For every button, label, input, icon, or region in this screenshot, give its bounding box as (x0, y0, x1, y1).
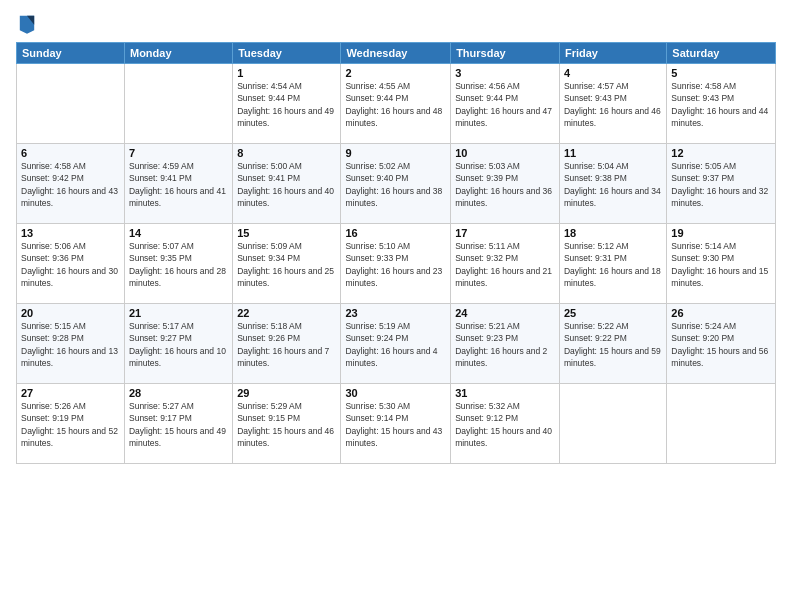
day-info: Sunrise: 5:00 AM Sunset: 9:41 PM Dayligh… (237, 160, 336, 209)
calendar-cell (17, 64, 125, 144)
day-number: 17 (455, 227, 555, 239)
calendar-week-5: 27Sunrise: 5:26 AM Sunset: 9:19 PM Dayli… (17, 384, 776, 464)
calendar-cell: 24Sunrise: 5:21 AM Sunset: 9:23 PM Dayli… (451, 304, 560, 384)
logo (16, 12, 36, 34)
day-info: Sunrise: 5:27 AM Sunset: 9:17 PM Dayligh… (129, 400, 228, 449)
calendar-cell: 20Sunrise: 5:15 AM Sunset: 9:28 PM Dayli… (17, 304, 125, 384)
day-info: Sunrise: 5:21 AM Sunset: 9:23 PM Dayligh… (455, 320, 555, 369)
calendar-cell (667, 384, 776, 464)
calendar-cell: 4Sunrise: 4:57 AM Sunset: 9:43 PM Daylig… (559, 64, 666, 144)
calendar-cell: 11Sunrise: 5:04 AM Sunset: 9:38 PM Dayli… (559, 144, 666, 224)
day-number: 12 (671, 147, 771, 159)
calendar-cell: 10Sunrise: 5:03 AM Sunset: 9:39 PM Dayli… (451, 144, 560, 224)
day-number: 14 (129, 227, 228, 239)
calendar-cell: 26Sunrise: 5:24 AM Sunset: 9:20 PM Dayli… (667, 304, 776, 384)
calendar-cell: 15Sunrise: 5:09 AM Sunset: 9:34 PM Dayli… (233, 224, 341, 304)
calendar-cell: 14Sunrise: 5:07 AM Sunset: 9:35 PM Dayli… (124, 224, 232, 304)
day-number: 11 (564, 147, 662, 159)
day-info: Sunrise: 5:15 AM Sunset: 9:28 PM Dayligh… (21, 320, 120, 369)
calendar-cell: 21Sunrise: 5:17 AM Sunset: 9:27 PM Dayli… (124, 304, 232, 384)
day-number: 19 (671, 227, 771, 239)
day-header-saturday: Saturday (667, 43, 776, 64)
day-header-tuesday: Tuesday (233, 43, 341, 64)
day-number: 2 (345, 67, 446, 79)
logo-icon (18, 12, 36, 34)
calendar-cell: 31Sunrise: 5:32 AM Sunset: 9:12 PM Dayli… (451, 384, 560, 464)
day-number: 4 (564, 67, 662, 79)
calendar-week-4: 20Sunrise: 5:15 AM Sunset: 9:28 PM Dayli… (17, 304, 776, 384)
calendar-cell: 3Sunrise: 4:56 AM Sunset: 9:44 PM Daylig… (451, 64, 560, 144)
day-number: 5 (671, 67, 771, 79)
calendar-cell: 27Sunrise: 5:26 AM Sunset: 9:19 PM Dayli… (17, 384, 125, 464)
page: SundayMondayTuesdayWednesdayThursdayFrid… (0, 0, 792, 612)
day-number: 22 (237, 307, 336, 319)
day-number: 13 (21, 227, 120, 239)
calendar-cell (124, 64, 232, 144)
calendar-week-3: 13Sunrise: 5:06 AM Sunset: 9:36 PM Dayli… (17, 224, 776, 304)
calendar-cell: 12Sunrise: 5:05 AM Sunset: 9:37 PM Dayli… (667, 144, 776, 224)
day-number: 16 (345, 227, 446, 239)
day-number: 15 (237, 227, 336, 239)
calendar-cell: 1Sunrise: 4:54 AM Sunset: 9:44 PM Daylig… (233, 64, 341, 144)
calendar-cell: 25Sunrise: 5:22 AM Sunset: 9:22 PM Dayli… (559, 304, 666, 384)
calendar-cell: 23Sunrise: 5:19 AM Sunset: 9:24 PM Dayli… (341, 304, 451, 384)
day-info: Sunrise: 4:56 AM Sunset: 9:44 PM Dayligh… (455, 80, 555, 129)
day-number: 8 (237, 147, 336, 159)
day-info: Sunrise: 5:02 AM Sunset: 9:40 PM Dayligh… (345, 160, 446, 209)
day-number: 9 (345, 147, 446, 159)
calendar-cell (559, 384, 666, 464)
day-number: 31 (455, 387, 555, 399)
day-number: 20 (21, 307, 120, 319)
calendar-cell: 29Sunrise: 5:29 AM Sunset: 9:15 PM Dayli… (233, 384, 341, 464)
day-info: Sunrise: 5:10 AM Sunset: 9:33 PM Dayligh… (345, 240, 446, 289)
day-info: Sunrise: 5:32 AM Sunset: 9:12 PM Dayligh… (455, 400, 555, 449)
day-info: Sunrise: 5:29 AM Sunset: 9:15 PM Dayligh… (237, 400, 336, 449)
day-header-monday: Monday (124, 43, 232, 64)
day-info: Sunrise: 4:59 AM Sunset: 9:41 PM Dayligh… (129, 160, 228, 209)
day-info: Sunrise: 5:05 AM Sunset: 9:37 PM Dayligh… (671, 160, 771, 209)
day-number: 30 (345, 387, 446, 399)
day-number: 1 (237, 67, 336, 79)
day-info: Sunrise: 5:17 AM Sunset: 9:27 PM Dayligh… (129, 320, 228, 369)
day-info: Sunrise: 5:24 AM Sunset: 9:20 PM Dayligh… (671, 320, 771, 369)
day-number: 3 (455, 67, 555, 79)
calendar-cell: 22Sunrise: 5:18 AM Sunset: 9:26 PM Dayli… (233, 304, 341, 384)
day-info: Sunrise: 5:18 AM Sunset: 9:26 PM Dayligh… (237, 320, 336, 369)
day-header-wednesday: Wednesday (341, 43, 451, 64)
day-number: 10 (455, 147, 555, 159)
day-number: 26 (671, 307, 771, 319)
day-info: Sunrise: 5:11 AM Sunset: 9:32 PM Dayligh… (455, 240, 555, 289)
day-info: Sunrise: 5:12 AM Sunset: 9:31 PM Dayligh… (564, 240, 662, 289)
day-header-friday: Friday (559, 43, 666, 64)
day-info: Sunrise: 4:54 AM Sunset: 9:44 PM Dayligh… (237, 80, 336, 129)
day-info: Sunrise: 4:58 AM Sunset: 9:42 PM Dayligh… (21, 160, 120, 209)
calendar-cell: 2Sunrise: 4:55 AM Sunset: 9:44 PM Daylig… (341, 64, 451, 144)
calendar-cell: 16Sunrise: 5:10 AM Sunset: 9:33 PM Dayli… (341, 224, 451, 304)
day-number: 24 (455, 307, 555, 319)
day-info: Sunrise: 5:07 AM Sunset: 9:35 PM Dayligh… (129, 240, 228, 289)
day-number: 25 (564, 307, 662, 319)
day-info: Sunrise: 5:03 AM Sunset: 9:39 PM Dayligh… (455, 160, 555, 209)
calendar-header-row: SundayMondayTuesdayWednesdayThursdayFrid… (17, 43, 776, 64)
day-number: 27 (21, 387, 120, 399)
day-info: Sunrise: 5:09 AM Sunset: 9:34 PM Dayligh… (237, 240, 336, 289)
day-info: Sunrise: 5:22 AM Sunset: 9:22 PM Dayligh… (564, 320, 662, 369)
calendar-cell: 8Sunrise: 5:00 AM Sunset: 9:41 PM Daylig… (233, 144, 341, 224)
day-number: 21 (129, 307, 228, 319)
day-number: 7 (129, 147, 228, 159)
calendar-week-1: 1Sunrise: 4:54 AM Sunset: 9:44 PM Daylig… (17, 64, 776, 144)
calendar: SundayMondayTuesdayWednesdayThursdayFrid… (16, 42, 776, 464)
header (16, 12, 776, 34)
calendar-cell: 9Sunrise: 5:02 AM Sunset: 9:40 PM Daylig… (341, 144, 451, 224)
day-info: Sunrise: 5:14 AM Sunset: 9:30 PM Dayligh… (671, 240, 771, 289)
day-number: 6 (21, 147, 120, 159)
day-info: Sunrise: 4:58 AM Sunset: 9:43 PM Dayligh… (671, 80, 771, 129)
calendar-cell: 7Sunrise: 4:59 AM Sunset: 9:41 PM Daylig… (124, 144, 232, 224)
day-info: Sunrise: 4:57 AM Sunset: 9:43 PM Dayligh… (564, 80, 662, 129)
day-info: Sunrise: 4:55 AM Sunset: 9:44 PM Dayligh… (345, 80, 446, 129)
calendar-cell: 5Sunrise: 4:58 AM Sunset: 9:43 PM Daylig… (667, 64, 776, 144)
day-info: Sunrise: 5:19 AM Sunset: 9:24 PM Dayligh… (345, 320, 446, 369)
calendar-cell: 6Sunrise: 4:58 AM Sunset: 9:42 PM Daylig… (17, 144, 125, 224)
calendar-cell: 28Sunrise: 5:27 AM Sunset: 9:17 PM Dayli… (124, 384, 232, 464)
day-info: Sunrise: 5:04 AM Sunset: 9:38 PM Dayligh… (564, 160, 662, 209)
